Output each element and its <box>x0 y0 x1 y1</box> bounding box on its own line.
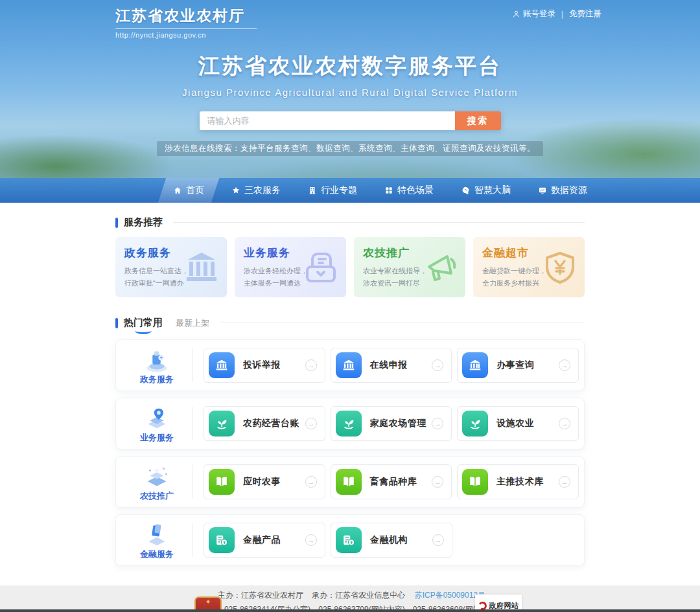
recommend-card-business[interactable]: 业务服务 涉农业务轻松办理，主体服务一网通达 <box>235 237 346 297</box>
arrow-icon: → <box>432 418 443 429</box>
book-icon <box>215 475 229 489</box>
service-livestock-breeds[interactable]: 畜禽品种库 → <box>331 464 452 499</box>
bank-icon <box>342 358 356 372</box>
account-area: 账号登录 | 免费注册 <box>512 8 601 19</box>
finance-3d-illustration <box>142 520 172 550</box>
megaphone-icon <box>420 250 459 285</box>
arrow-icon: → <box>432 359 443 371</box>
shield-yuan-icon <box>542 250 578 286</box>
register-link[interactable]: 免费注册 <box>569 8 601 19</box>
arrow-icon: → <box>305 359 317 371</box>
service-seasonal-farming[interactable]: 应时农事 → <box>204 464 325 499</box>
logo-divider <box>115 28 257 29</box>
service-financial-products[interactable]: ¥ 金融产品 → <box>204 523 325 558</box>
recommend-title: 服务推荐 <box>124 216 163 229</box>
arrow-icon: → <box>559 418 570 429</box>
search-hint: 涉农信息在线搜索：支持平台服务查询、数据查询、系统查询、主体查询、证照查询及农技… <box>157 141 543 156</box>
group-row-agritech: 农技推广 应时农事 → 畜禽品种库 → 主推技术库 → <box>115 456 585 508</box>
service-family-farm[interactable]: 家庭农场管理 → <box>331 406 452 441</box>
brain-icon <box>461 186 471 196</box>
category-finance: 金融服务 <box>126 520 187 560</box>
site-url: http://nynct.jiangsu.gov.cn <box>115 31 257 39</box>
top-bar: 江苏省农业农村厅 http://nynct.jiangsu.gov.cn 账号登… <box>0 0 700 40</box>
section-divider-line <box>220 323 585 323</box>
category-government: 政务服务 <box>126 345 187 385</box>
group-row-government: 政务服务 投诉举报 → 在线申报 → 办事查询 → <box>115 339 585 391</box>
nav-item-data[interactable]: 数据资源 <box>527 178 598 203</box>
vertical-divider <box>192 407 193 440</box>
nav-item-scenes[interactable]: 特色场景 <box>373 178 445 203</box>
site-logo[interactable]: 江苏省农业农村厅 http://nynct.jiangsu.gov.cn <box>115 6 257 39</box>
category-agritech: 农技推广 <box>126 462 187 502</box>
footer-line1: 主办：江苏省农业农村厅 承办：江苏省农业信息中心 苏ICP备05009012号 <box>0 590 700 601</box>
vertical-divider <box>192 523 193 557</box>
service-main-tech-library[interactable]: 主推技术库 → <box>457 464 579 499</box>
main-content: 服务推荐 政务服务 政务信息一站直达，行政审批“一网通办 业务服务 涉农业务轻松… <box>0 203 700 585</box>
section-divider-line <box>173 222 585 223</box>
agritech-3d-illustration <box>142 462 172 492</box>
message-folder-icon <box>302 250 340 285</box>
search-bar: 搜索 <box>200 111 501 130</box>
page: 江苏省农业农村厅 http://nynct.jiangsu.gov.cn 账号登… <box>0 0 700 612</box>
service-pesticide-ledger[interactable]: 农药经营台账 → <box>204 406 325 441</box>
group-row-business: 业务服务 农药经营台账 → 家庭农场管理 → 设施农业 → <box>115 398 585 449</box>
footer-host: 主办：江苏省农业农村厅 <box>218 591 303 600</box>
government-3d-illustration <box>142 345 172 375</box>
service-affairs-query[interactable]: 办事查询 → <box>457 348 579 383</box>
service-financial-institutions[interactable]: ¥ 金融机构 → <box>331 523 452 558</box>
coins-icon: ¥ <box>342 533 356 547</box>
section-accent-bar <box>115 218 118 228</box>
nav-item-industry[interactable]: 行业专题 <box>297 178 368 203</box>
account-separator: | <box>561 10 563 19</box>
section-accent-bar <box>115 318 118 328</box>
sprout-icon <box>342 416 356 431</box>
recommend-section-header: 服务推荐 <box>115 216 585 229</box>
grid-icon <box>384 186 393 195</box>
recommend-card-finance[interactable]: 金融超市 金融贷款一键办理，全力服务乡村振兴 <box>473 237 585 297</box>
book-icon <box>342 475 356 489</box>
business-3d-illustration <box>142 403 172 433</box>
user-icon <box>512 10 520 18</box>
nav-item-sannong[interactable]: 三农服务 <box>220 178 292 203</box>
recommend-cards: 政务服务 政务信息一站直达，行政审批“一网通办 业务服务 涉农业务轻松办理，主体… <box>115 237 585 297</box>
search-input[interactable] <box>200 111 455 130</box>
bottom-dark-strip <box>0 609 700 612</box>
search-button[interactable]: 搜索 <box>455 111 501 130</box>
recommend-card-government[interactable]: 政务服务 政务信息一站直达，行政审批“一网通办 <box>115 237 227 297</box>
site-name: 江苏省农业农村厅 <box>115 6 257 26</box>
bank-icon <box>215 358 229 372</box>
nav-item-home[interactable]: 首页 <box>162 178 215 203</box>
service-online-declare[interactable]: 在线申报 → <box>331 348 452 383</box>
home-icon <box>173 186 182 195</box>
service-complaint-report[interactable]: 投诉举报 → <box>204 348 325 383</box>
group-row-finance: 金融服务 ¥ 金融产品 → ¥ 金融机构 → <box>115 514 585 566</box>
main-nav: 首页 三农服务 行业专题 特色场景 智慧大脑 <box>0 178 700 203</box>
arrow-icon: → <box>432 534 444 546</box>
building-icon <box>308 186 317 195</box>
arrow-icon: → <box>305 534 317 546</box>
service-facility-agriculture[interactable]: 设施农业 → <box>457 406 579 441</box>
arrow-icon: → <box>559 359 570 371</box>
svg-text:¥: ¥ <box>223 540 226 545</box>
arrow-icon: → <box>559 476 570 488</box>
nav-item-brain[interactable]: 智慧大脑 <box>450 178 522 203</box>
vertical-divider <box>192 348 193 382</box>
vertical-divider <box>192 465 193 499</box>
platform-title: 江苏省农业农村数字服务平台 <box>0 52 700 81</box>
hot-section-header: 热门常用 最新上架 <box>115 317 585 329</box>
footer: 主办：江苏省农业农村厅 承办：江苏省农业信息中心 苏ICP备05009012号 … <box>0 585 700 612</box>
arrow-icon: → <box>432 476 443 488</box>
register-label: 免费注册 <box>569 8 601 19</box>
svg-text:¥: ¥ <box>350 540 353 545</box>
arrow-icon: → <box>305 476 317 488</box>
tab-hot-common[interactable]: 热门常用 <box>124 317 163 329</box>
recommend-card-agritech[interactable]: 农技推广 农业专家在线指导，涉农资讯一网打尽 <box>354 237 465 297</box>
login-link[interactable]: 账号登录 <box>512 8 555 19</box>
bank-icon <box>468 358 482 372</box>
chart-icon <box>538 186 547 195</box>
footer-organizer: 承办：江苏省农业信息中心 <box>312 591 405 600</box>
arrow-icon: → <box>305 418 317 429</box>
tab-newest[interactable]: 最新上架 <box>176 317 209 329</box>
service-groups: 政务服务 投诉举报 → 在线申报 → 办事查询 → <box>115 339 585 566</box>
book-icon <box>468 475 482 489</box>
